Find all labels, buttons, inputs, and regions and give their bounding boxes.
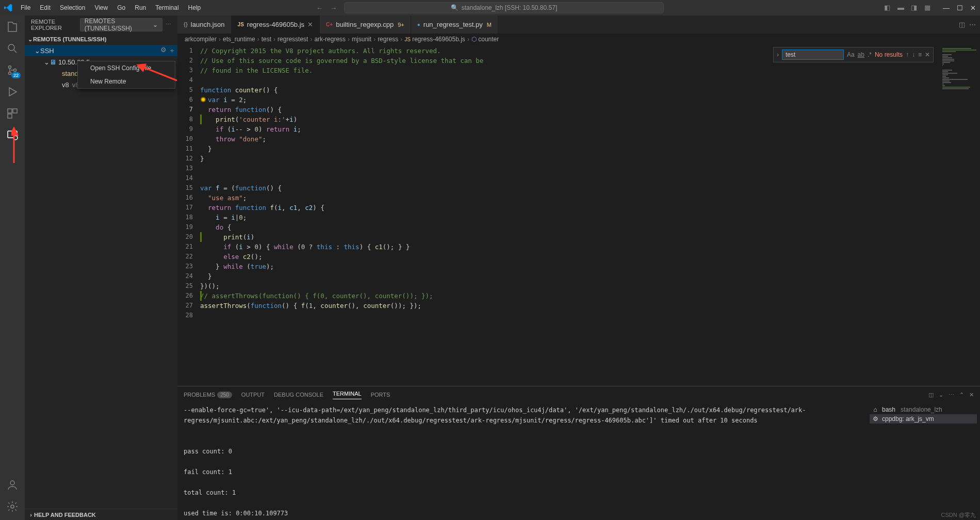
ssh-group-row[interactable]: ⌄ SSH ⚙ ＋ bbox=[25, 45, 177, 56]
match-word-icon[interactable]: ab bbox=[858, 51, 864, 58]
match-case-icon[interactable]: Aa bbox=[847, 51, 855, 58]
terminal-output[interactable]: --enable-force-gc=true', '--icu-data-pat… bbox=[177, 403, 867, 520]
remotes-selector[interactable]: Remotes (Tunnels/SSH) ⌄ bbox=[80, 18, 162, 31]
breadcrumb-item[interactable]: ⬡ counter bbox=[471, 36, 499, 43]
breadcrumb-separator-icon: › bbox=[219, 36, 221, 43]
search-icon: 🔍 bbox=[451, 4, 459, 11]
close-panel-icon[interactable]: ✕ bbox=[969, 392, 974, 398]
breadcrumb[interactable]: arkcompiler›ets_runtime›test›regresstest… bbox=[177, 34, 980, 45]
code-content[interactable]: // Copyright 2015 the V8 project authors… bbox=[200, 45, 939, 386]
tab-label: run_regress_test.py bbox=[423, 21, 483, 28]
breadcrumb-item[interactable]: test bbox=[262, 36, 271, 43]
more-icon[interactable]: ⋯ bbox=[166, 21, 171, 28]
maximize-icon[interactable]: ☐ bbox=[957, 4, 963, 12]
minimize-icon[interactable]: — bbox=[943, 4, 950, 12]
process-label: cppdbg: ark_js_vm bbox=[882, 415, 934, 423]
maximize-panel-icon[interactable]: ⌃ bbox=[959, 392, 964, 398]
tab[interactable]: {}launch.json bbox=[177, 15, 232, 34]
panel-tabs: PROBLEMS250OUTPUTDEBUG CONSOLETERMINALPO… bbox=[177, 386, 980, 403]
menu-help[interactable]: Help bbox=[184, 2, 205, 13]
menu-selection[interactable]: Selection bbox=[56, 2, 89, 13]
sidebar: REMOTE EXPLORER Remotes (Tunnels/SSH) ⌄ … bbox=[25, 15, 177, 520]
split-editor-icon[interactable]: ◫ bbox=[959, 21, 965, 28]
breadcrumb-item[interactable]: JS regress-469605b.js bbox=[404, 36, 465, 43]
minimap[interactable] bbox=[939, 45, 980, 386]
command-center[interactable]: 🔍 standalone_lzh [SSH: 10.50.80.57] bbox=[344, 2, 664, 13]
editor-body: 1234567891011121314151617181920212223242… bbox=[177, 45, 980, 386]
breadcrumb-item[interactable]: regresstest bbox=[277, 36, 308, 43]
ssh-label: SSH bbox=[40, 47, 54, 55]
chevron-down-icon: ⌄ bbox=[153, 21, 158, 28]
more-icon[interactable]: ⋯ bbox=[949, 392, 954, 398]
find-input[interactable] bbox=[782, 50, 844, 60]
breadcrumb-item[interactable]: arkcompiler bbox=[185, 36, 217, 43]
breadcrumb-item[interactable]: regress bbox=[378, 36, 398, 43]
menu-run[interactable]: Run bbox=[130, 2, 150, 13]
search-label: standalone_lzh [SSH: 10.50.80.57] bbox=[462, 4, 557, 11]
monitor-icon: 🖥 bbox=[50, 58, 56, 66]
file-icon: ● bbox=[417, 22, 420, 27]
explorer-icon[interactable] bbox=[6, 21, 19, 33]
settings-gear-icon[interactable] bbox=[6, 500, 19, 513]
breadcrumb-separator-icon: › bbox=[467, 36, 469, 43]
prev-match-icon[interactable]: ↑ bbox=[906, 51, 909, 58]
terminal-process[interactable]: ⚙cppdbg: ark_js_vm bbox=[870, 414, 977, 424]
panel-tab-output[interactable]: OUTPUT bbox=[241, 392, 265, 398]
plus-icon[interactable]: ＋ bbox=[169, 46, 175, 55]
panel-tab-ports[interactable]: PORTS bbox=[371, 392, 390, 398]
breadcrumb-item[interactable]: mjsunit bbox=[352, 36, 371, 43]
breadcrumb-item[interactable]: ark-regress bbox=[314, 36, 346, 43]
breadcrumb-separator-icon: › bbox=[257, 36, 259, 43]
search-icon[interactable] bbox=[6, 42, 19, 55]
extensions-icon[interactable] bbox=[6, 107, 19, 120]
layout-panel-icon[interactable]: ▬ bbox=[897, 4, 906, 12]
close-tab-icon[interactable]: ✕ bbox=[307, 21, 313, 28]
svg-point-9 bbox=[10, 481, 14, 485]
section-header[interactable]: ⌄ REMOTES (TUNNELS/SSH) bbox=[25, 34, 177, 45]
tab[interactable]: ●run_regress_test.pyM bbox=[411, 15, 498, 34]
svg-rect-5 bbox=[13, 109, 17, 113]
menu-edit[interactable]: Edit bbox=[36, 2, 55, 13]
layout-sidebar-left-icon[interactable]: ◧ bbox=[884, 4, 892, 12]
close-find-icon[interactable]: ✕ bbox=[925, 51, 930, 58]
chevron-down-icon[interactable]: ⌄ bbox=[939, 392, 943, 398]
menu-file[interactable]: File bbox=[17, 2, 35, 13]
menu-terminal[interactable]: Terminal bbox=[151, 2, 183, 13]
layout-sidebar-right-icon[interactable]: ◨ bbox=[911, 4, 919, 12]
tab-label: regress-469605b.js bbox=[247, 21, 304, 28]
next-match-icon[interactable]: ↓ bbox=[912, 51, 915, 58]
regex-icon[interactable]: .* bbox=[868, 51, 872, 58]
tab-label: launch.json bbox=[191, 21, 225, 28]
run-debug-icon[interactable] bbox=[6, 86, 19, 98]
nav-forward-icon[interactable]: → bbox=[330, 4, 337, 12]
layout-customize-icon[interactable]: ▦ bbox=[924, 4, 933, 12]
close-window-icon[interactable]: ✕ bbox=[970, 4, 976, 12]
svg-point-3 bbox=[14, 69, 17, 72]
panel: PROBLEMS250OUTPUTDEBUG CONSOLETERMINALPO… bbox=[177, 386, 980, 520]
terminal-process[interactable]: ⌂bashstandalone_lzh bbox=[870, 405, 977, 414]
tab[interactable]: C+builtins_regexp.cpp9+ bbox=[320, 15, 411, 34]
nav-back-icon[interactable]: ← bbox=[316, 4, 323, 12]
find-widget: › Aa ab .* No results ↑ ↓ ≡ ✕ bbox=[773, 47, 934, 62]
panel-tab-problems[interactable]: PROBLEMS250 bbox=[184, 392, 232, 398]
accounts-icon[interactable] bbox=[6, 479, 19, 491]
panel-tab-terminal[interactable]: TERMINAL bbox=[333, 391, 362, 399]
title-bar: FileEditSelectionViewGoRunTerminalHelp ←… bbox=[0, 0, 980, 15]
gear-icon[interactable]: ⚙ bbox=[160, 46, 167, 55]
source-control-icon[interactable]: 22 bbox=[6, 64, 19, 76]
svg-point-2 bbox=[9, 72, 11, 75]
menu-view[interactable]: View bbox=[90, 2, 112, 13]
tab[interactable]: JSregress-469605b.js✕ bbox=[232, 15, 320, 34]
annotation-arrow-icon bbox=[11, 123, 32, 164]
help-feedback-section[interactable]: › HELP AND FEEDBACK bbox=[25, 509, 177, 520]
terminal-split-icon[interactable]: ◫ bbox=[928, 392, 934, 398]
section-label: REMOTES (TUNNELS/SSH) bbox=[33, 36, 106, 42]
menu-go[interactable]: Go bbox=[113, 2, 129, 13]
panel-tab-debug-console[interactable]: DEBUG CONSOLE bbox=[274, 392, 323, 398]
chevron-right-icon[interactable]: › bbox=[777, 51, 779, 58]
selector-label: Remotes (Tunnels/SSH) bbox=[85, 18, 150, 32]
tab-modified-badge: 9+ bbox=[398, 22, 404, 28]
more-icon[interactable]: ⋯ bbox=[969, 21, 976, 28]
find-menu-icon[interactable]: ≡ bbox=[918, 51, 922, 58]
breadcrumb-item[interactable]: ets_runtime bbox=[223, 36, 255, 43]
